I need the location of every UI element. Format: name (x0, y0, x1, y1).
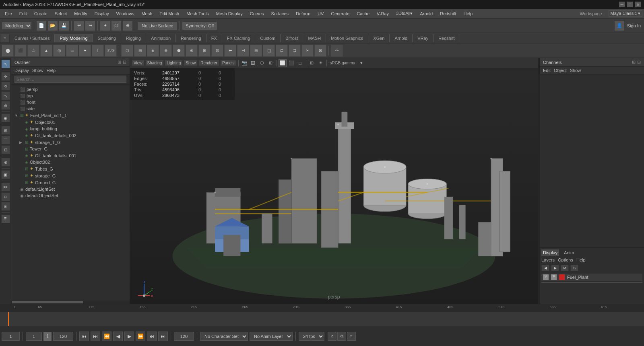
play-btn[interactable]: ▶ (124, 332, 134, 341)
tree-item-oil-tank-002[interactable]: ◈ ✦ Oil_tank_details_002 (11, 132, 130, 139)
char-set-dropdown[interactable]: No Character Set (200, 332, 248, 341)
shelf-icon-bridge[interactable]: ⊟ (134, 45, 146, 57)
layout-btn-2[interactable]: ⊟ (1, 192, 10, 201)
snap-point-btn[interactable]: ⊡ (1, 145, 10, 154)
display-tab[interactable]: Display (541, 249, 559, 256)
shelf-tab-redshift[interactable]: Redshift (433, 34, 460, 42)
menu-mesh-tools[interactable]: Mesh Tools (183, 10, 212, 17)
tree-item-storage-g[interactable]: ⊞ ✦ storage_G (11, 172, 130, 179)
vp-wireframe-btn[interactable]: ⬜ (279, 59, 287, 67)
channel-edit-item[interactable]: Edit (543, 68, 551, 73)
tree-item-default-light-set[interactable]: ◉ defaultLightSet (11, 186, 130, 192)
outliner-scrollbar-h[interactable] (11, 301, 130, 304)
lasso-btn[interactable]: ⬡ (111, 21, 122, 31)
vp-menu-lighting[interactable]: Lighting (165, 60, 183, 66)
outliner-menu-help[interactable]: Help (47, 68, 56, 73)
menu-curves[interactable]: Curves (247, 10, 267, 17)
shelf-tab-xgen[interactable]: XGen (368, 34, 390, 42)
shelf-tab-rendering[interactable]: Rendering (176, 34, 206, 42)
shelf-tab-fx-caching[interactable]: FX Caching (222, 34, 255, 42)
timeline-ruler[interactable]: 1 65 115 165 215 265 315 365 415 465 515… (0, 304, 644, 312)
shelf-tab-animation[interactable]: Animation (146, 34, 176, 42)
menu-windows[interactable]: Windows (113, 10, 138, 17)
live-surface-btn[interactable]: No Live Surface (137, 21, 178, 30)
shelf-icon-paint[interactable]: ✏ (331, 45, 343, 57)
vp-menu-renderer[interactable]: Renderer (198, 60, 219, 66)
vp-smooth-btn[interactable]: ⬛ (287, 59, 295, 67)
step-back-btn[interactable]: ⏭ (91, 332, 100, 341)
undo-btn[interactable]: ↩ (74, 21, 84, 31)
shelf-tab-custom[interactable]: Custom (255, 34, 281, 42)
symmetry-btn[interactable]: Symmetry: Off (182, 21, 217, 30)
render-region-btn[interactable]: ▣ (1, 170, 10, 179)
layout-btn-1[interactable]: ≡≡ (1, 183, 10, 192)
menu-mesh[interactable]: Mesh (138, 10, 155, 17)
shelf-icon-combine[interactable]: ⊞ (198, 45, 211, 57)
transform-btn[interactable]: ⊕ (122, 21, 133, 31)
tree-item-front[interactable]: ⬛ front (11, 99, 130, 105)
shelf-tab-motion-graphics[interactable]: Motion Graphics (326, 34, 368, 42)
vp-menu-show[interactable]: Show (184, 60, 198, 66)
range-end-input[interactable] (53, 332, 73, 341)
sign-in-label[interactable]: Sign In (625, 23, 642, 28)
outliner-menu-show[interactable]: Show (32, 68, 43, 73)
shelf-icon-transfer[interactable]: ⊏ (276, 45, 288, 57)
tree-item-default-object-set[interactable]: ◉ defaultObjectSet (11, 192, 130, 199)
tree-item-tower-g[interactable]: ⊞ Tower_G (11, 146, 130, 152)
tree-item-tubes-g[interactable]: ⊞ ✦ Tubes_G (11, 165, 130, 172)
shelf-tab-vray[interactable]: VRay (413, 34, 433, 42)
tree-item-object001[interactable]: ◈ ✦ Object001 (11, 119, 130, 126)
menu-redshift[interactable]: Redshift (437, 10, 459, 17)
maximize-button[interactable]: □ (627, 2, 633, 7)
shelf-icon-boolean[interactable]: ⊗ (186, 45, 198, 57)
shelf-tab-bifrost[interactable]: Bifrost (281, 34, 303, 42)
anim-extra-btn[interactable]: ≡ (347, 332, 356, 341)
range-start-input[interactable] (26, 332, 42, 341)
prev-key-btn[interactable]: ⏪ (102, 332, 111, 341)
shelf-tab-arnold[interactable]: Arnold (390, 34, 413, 42)
menu-mesh-display[interactable]: Mesh Display (213, 10, 246, 17)
rotate-tool-btn[interactable]: ↻ (1, 82, 10, 91)
shelf-icon-smooth[interactable]: ⬟ (173, 45, 185, 57)
scale-tool-btn[interactable]: ⤡ (1, 91, 10, 100)
menu-vray[interactable]: V-Ray (374, 10, 392, 17)
transform-tool-btn[interactable]: ⊕ (1, 101, 10, 110)
next-frame-btn[interactable]: ⏩ (136, 332, 145, 341)
shelf-icon-special1[interactable]: ✦ (79, 45, 91, 57)
vp-lighting-mode-btn[interactable]: ☀ (317, 59, 325, 67)
snap-curve-btn[interactable]: ⌒ (1, 136, 10, 144)
select-btn[interactable]: ✦ (100, 21, 110, 31)
shelf-icon-cylinder[interactable]: ⬭ (27, 45, 39, 57)
select-tool-btn[interactable]: ↖ (1, 60, 10, 68)
anim-tab[interactable]: Anim (562, 249, 576, 256)
shelf-icon-text[interactable]: T (92, 45, 104, 57)
open-file-btn[interactable]: 📂 (47, 21, 58, 31)
shelf-tab-curves-surfaces[interactable]: Curves / Surfaces (10, 34, 55, 42)
menu-arnold[interactable]: Arnold (417, 10, 436, 17)
shelf-tab-poly-modeling[interactable]: Poly Modeling (55, 34, 93, 42)
prev-frame-btn[interactable]: ◀ (113, 332, 123, 341)
move-tool-btn[interactable]: ✛ (1, 72, 10, 81)
vp-menu-view[interactable]: View (132, 60, 144, 66)
mode-dropdown[interactable]: Modeling (2, 22, 32, 30)
shelf-icon-mirror[interactable]: ⊢ (224, 45, 236, 57)
vp-screenshot-btn[interactable]: 🖼 (249, 59, 257, 67)
go-to-start-btn[interactable]: ⏮ (79, 332, 89, 341)
menu-uv[interactable]: UV (314, 10, 327, 17)
shelf-tab-mash[interactable]: MASH (303, 34, 326, 42)
shelf-tab-rigging[interactable]: Rigging (121, 34, 146, 42)
layers-menu-item[interactable]: Layers (541, 257, 555, 262)
shelf-icon-fill[interactable]: ⊣ (237, 45, 249, 57)
options-menu-item[interactable]: Options (558, 257, 573, 262)
layer-mute-btn[interactable]: M (561, 265, 569, 271)
vp-render-btn[interactable]: ⬡ (258, 59, 266, 67)
close-button[interactable]: ✕ (635, 2, 641, 7)
shelf-icon-svg[interactable]: SVG (105, 45, 117, 57)
tree-item-storage-1-g[interactable]: ▶ ⊞ ✦ storage_1_G (11, 139, 130, 146)
vp-camera-btn[interactable]: 📷 (240, 59, 248, 67)
shelf-icon-merge[interactable]: ⊕ (160, 45, 172, 57)
soft-select-btn[interactable]: ◉ (1, 113, 10, 122)
menu-generate[interactable]: Generate (328, 10, 353, 17)
tree-item-lamp-building[interactable]: ◈ lamp_building (11, 126, 130, 132)
menu-cache[interactable]: Cache (353, 10, 373, 17)
